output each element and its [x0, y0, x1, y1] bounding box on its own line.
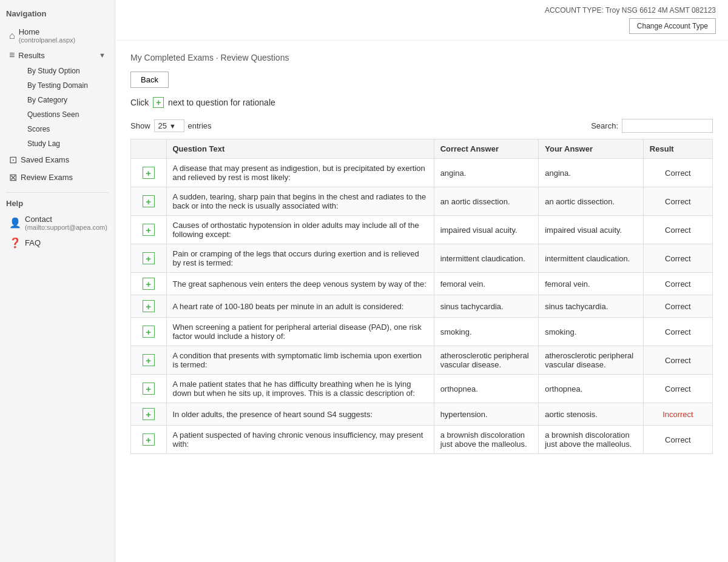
table-row: +A disease that may present as indigesti… [131, 159, 713, 187]
your-answer: aortic stenosis. [539, 403, 644, 426]
question-text: A disease that may present as indigestio… [166, 159, 434, 187]
saved-exams-label: Saved Exams [21, 155, 69, 164]
search-label: Search: [591, 121, 618, 130]
question-text: In older adults, the presence of heart s… [166, 403, 434, 426]
correct-answer: a brownish discoloration just above the … [434, 426, 539, 454]
main-content: ACCOUNT TYPE: Troy NSG 6612 4M ASMT 0821… [115, 0, 728, 562]
your-answer: a brownish discoloration just above the … [539, 426, 644, 454]
review-exams-icon: ⊠ [9, 172, 17, 183]
col-header-question: Question Text [166, 139, 434, 159]
search-area: Search: [591, 119, 713, 133]
home-icon: ⌂ [9, 30, 15, 41]
sidebar-item-by-study-option[interactable]: By Study Option [6, 64, 109, 78]
review-exams-label: Review Exams [21, 173, 73, 182]
sidebar-item-study-lag[interactable]: Study Lag [6, 136, 109, 151]
your-answer: sinus tachycardia. [539, 295, 644, 318]
col-header-correct: Correct Answer [434, 139, 539, 159]
expand-question-button[interactable]: + [143, 300, 155, 312]
col-header-result: Result [643, 139, 712, 159]
show-entries: Show 25 ▼ entries [130, 119, 212, 132]
account-type-text: ACCOUNT TYPE: Troy NSG 6612 4M ASMT 0821… [545, 6, 716, 15]
your-answer: smoking. [539, 318, 644, 346]
sidebar-item-results[interactable]: ≡ Results ▼ [6, 47, 109, 64]
correct-answer: angina. [434, 159, 539, 187]
table-row: +The great saphenous vein enters the dee… [131, 273, 713, 295]
your-answer: impaired visual acuity. [539, 216, 644, 244]
expand-question-button[interactable]: + [143, 354, 155, 366]
table-controls: Show 25 ▼ entries Search: [130, 119, 713, 133]
expand-question-button[interactable]: + [143, 167, 155, 179]
expand-question-button[interactable]: + [143, 433, 155, 446]
your-answer: an aortic dissection. [539, 187, 644, 216]
expand-question-button[interactable]: + [143, 252, 155, 264]
result-cell: Incorrect [643, 403, 712, 426]
question-text: A heart rate of 100-180 beats per minute… [166, 295, 434, 318]
correct-answer: atherosclerotic peripheral vascular dise… [434, 346, 539, 375]
by-testing-domain-label: By Testing Domain [27, 81, 88, 90]
sidebar-item-review-exams[interactable]: ⊠ Review Exams [6, 169, 109, 186]
expand-question-button[interactable]: + [143, 408, 155, 420]
table-row: +A sudden, tearing, sharp pain that begi… [131, 187, 713, 216]
results-label: Results [18, 51, 44, 60]
table-row: +Pain or cramping of the legs that occur… [131, 244, 713, 273]
expand-question-button[interactable]: + [143, 224, 155, 236]
back-button[interactable]: Back [130, 72, 169, 88]
result-cell: Correct [643, 159, 712, 187]
expand-question-button[interactable]: + [143, 326, 155, 338]
question-text: When screening a patient for peripheral … [166, 318, 434, 346]
your-answer: orthopnea. [539, 375, 644, 403]
expand-question-button[interactable]: + [143, 383, 155, 395]
expand-question-button[interactable]: + [143, 195, 155, 207]
sidebar-home-url: (controlpanel.aspx) [19, 36, 76, 44]
sidebar-item-by-category[interactable]: By Category [6, 93, 109, 107]
sidebar-item-home[interactable]: ⌂ Home (controlpanel.aspx) [6, 24, 109, 47]
entries-dropdown-arrow: ▼ [169, 122, 176, 130]
breadcrumb: My Completed Exams · Review Questions [130, 53, 713, 62]
your-answer: atherosclerotic peripheral vascular dise… [539, 346, 644, 375]
rationale-hint: Click + next to question for rationale [130, 97, 713, 108]
table-row: +A patient suspected of having chronic v… [131, 426, 713, 454]
col-header-your: Your Answer [539, 139, 644, 159]
show-label: Show [130, 121, 150, 130]
correct-answer: femoral vein. [434, 273, 539, 295]
result-cell: Correct [643, 187, 712, 216]
header-bar: ACCOUNT TYPE: Troy NSG 6612 4M ASMT 0821… [115, 0, 728, 41]
sidebar-item-faq[interactable]: ❓ FAQ [6, 234, 109, 252]
search-input[interactable] [622, 119, 713, 133]
table-row: +A male patient states that he has diffi… [131, 375, 713, 403]
result-cell: Correct [643, 295, 712, 318]
scores-label: Scores [27, 125, 50, 133]
result-cell: Correct [643, 318, 712, 346]
sidebar-item-questions-seen[interactable]: Questions Seen [6, 107, 109, 122]
sidebar-item-saved-exams[interactable]: ⊡ Saved Exams [6, 151, 109, 169]
result-cell: Correct [643, 216, 712, 244]
sidebar: Navigation ⌂ Home (controlpanel.aspx) ≡ … [0, 0, 115, 562]
result-cell: Correct [643, 346, 712, 375]
sidebar-item-by-testing-domain[interactable]: By Testing Domain [6, 78, 109, 93]
sidebar-item-scores[interactable]: Scores [6, 122, 109, 136]
result-cell: Correct [643, 273, 712, 295]
nav-label: Navigation [6, 9, 109, 18]
table-row: +Causes of orthostatic hypotension in ol… [131, 216, 713, 244]
by-study-option-label: By Study Option [27, 67, 80, 75]
question-text: Pain or cramping of the legs that occurs… [166, 244, 434, 273]
question-text: A patient suspected of having chronic ve… [166, 426, 434, 454]
saved-exams-icon: ⊡ [9, 154, 17, 166]
table-row: +A condition that presents with symptoma… [131, 346, 713, 375]
entries-select[interactable]: 25 ▼ [154, 119, 184, 132]
help-label: Help [6, 199, 109, 208]
change-account-button[interactable]: Change Account Type [629, 18, 716, 34]
correct-answer: impaired visual acuity. [434, 216, 539, 244]
sidebar-item-contact[interactable]: 👤 Contact (mailto:support@apea.com) [6, 212, 109, 234]
by-category-label: By Category [27, 96, 67, 104]
expand-question-button[interactable]: + [143, 278, 155, 290]
correct-answer: an aortic dissection. [434, 187, 539, 216]
account-info: ACCOUNT TYPE: Troy NSG 6612 4M ASMT 0821… [545, 6, 716, 34]
your-answer: angina. [539, 159, 644, 187]
entries-value: 25 [158, 121, 167, 130]
result-cell: Correct [643, 244, 712, 273]
correct-answer: orthopnea. [434, 375, 539, 403]
result-cell: Correct [643, 426, 712, 454]
question-text: The great saphenous vein enters the deep… [166, 273, 434, 295]
result-cell: Correct [643, 375, 712, 403]
